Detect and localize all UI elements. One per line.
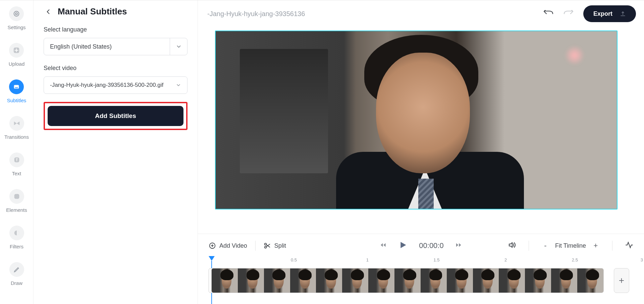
- chevron-down-icon: [170, 38, 187, 55]
- sidebar-item-label: Text: [12, 171, 21, 176]
- main-area: -Jang-Hyuk-hyuk-jang-39356136 Export: [198, 0, 644, 304]
- svg-point-1: [16, 13, 18, 15]
- sidebar-item-label: Settings: [7, 24, 25, 30]
- divider: [255, 241, 256, 251]
- sidebar-item-elements[interactable]: Elements: [6, 189, 27, 213]
- ruler-tick: 0.5: [291, 257, 297, 262]
- playhead[interactable]: [209, 256, 215, 261]
- project-filename: -Jang-Hyuk-hyuk-jang-39356136: [207, 10, 305, 18]
- step-forward-icon: [455, 241, 463, 249]
- svg-rect-4: [14, 85, 19, 89]
- step-back-icon: [379, 241, 387, 249]
- contrast-icon: [9, 226, 24, 240]
- panel-title: Manual Subtitles: [58, 6, 127, 17]
- sidebar-item-filters[interactable]: Filters: [9, 226, 24, 249]
- volume-button[interactable]: [508, 241, 516, 250]
- ruler-tick: 2: [504, 257, 507, 262]
- export-button[interactable]: Export: [583, 5, 636, 22]
- video-value: -Jang-Hyuk-hyuk-jang-39356136-500-200.gi…: [50, 82, 163, 88]
- waveform-button[interactable]: [625, 241, 633, 250]
- plus-icon: [9, 43, 24, 58]
- icon-sidebar: Settings Upload Subtitles Transitions T …: [0, 0, 34, 304]
- timeline-ruler[interactable]: 0.5 1 1.5 2 2.5 3: [198, 257, 644, 266]
- svg-rect-8: [14, 194, 19, 199]
- time-display: 00:00:0: [419, 241, 443, 250]
- zoom-in-button[interactable]: +: [592, 241, 599, 250]
- svg-text:T: T: [15, 158, 18, 162]
- activity-icon: [625, 241, 633, 249]
- sidebar-item-label: Transitions: [4, 134, 29, 140]
- split-button[interactable]: Split: [264, 240, 286, 251]
- undo-button[interactable]: [542, 7, 554, 20]
- sidebar-item-draw[interactable]: Draw: [9, 262, 24, 286]
- subtitles-panel: Manual Subtitles Select language English…: [34, 0, 198, 304]
- ruler-tick: 1.5: [434, 257, 440, 262]
- add-subtitles-button[interactable]: Add Subtitles: [48, 106, 183, 126]
- upload-icon: [620, 11, 626, 17]
- scissors-icon: [264, 242, 271, 249]
- language-value: English (United States): [50, 43, 112, 50]
- video-select[interactable]: -Jang-Hyuk-hyuk-jang-39356136-500-200.gi…: [44, 76, 187, 94]
- sidebar-item-transitions[interactable]: Transitions: [4, 116, 29, 140]
- sidebar-item-upload[interactable]: Upload: [9, 43, 25, 67]
- subtitle-icon: [9, 79, 24, 94]
- zoom-out-button[interactable]: -: [542, 241, 549, 250]
- video-clip[interactable]: [211, 268, 604, 293]
- timeline: Add Video Split 00:00:0: [198, 234, 644, 304]
- plus-circle-icon: [209, 242, 216, 249]
- language-select[interactable]: English (United States): [44, 38, 187, 55]
- topbar: -Jang-Hyuk-hyuk-jang-39356136 Export: [198, 0, 644, 27]
- sidebar-item-label: Filters: [10, 244, 23, 249]
- sidebar-item-settings[interactable]: Settings: [7, 6, 25, 30]
- pencil-icon: [9, 262, 24, 277]
- sidebar-item-label: Upload: [9, 61, 25, 67]
- divider: [612, 241, 612, 251]
- select-video-label: Select video: [44, 65, 187, 72]
- play-button[interactable]: [398, 240, 408, 251]
- elements-icon: [9, 189, 24, 204]
- timeline-track[interactable]: +: [198, 266, 644, 304]
- ruler-tick: 3: [641, 257, 643, 262]
- svg-rect-5: [15, 87, 18, 88]
- export-label: Export: [593, 10, 612, 17]
- divider: [529, 241, 529, 251]
- sidebar-item-label: Draw: [11, 280, 22, 286]
- add-video-button[interactable]: Add Video: [209, 240, 247, 251]
- split-label: Split: [274, 242, 286, 249]
- fit-timeline-button[interactable]: Fit Timeline: [555, 242, 586, 249]
- sidebar-item-subtitles[interactable]: Subtitles: [7, 79, 26, 103]
- select-language-label: Select language: [44, 26, 187, 33]
- play-icon: [398, 240, 408, 250]
- redo-button[interactable]: [562, 7, 575, 20]
- gear-icon: [9, 6, 24, 21]
- sidebar-item-label: Subtitles: [7, 98, 26, 103]
- ruler-tick: 2.5: [572, 257, 578, 262]
- sidebar-item-label: Elements: [6, 207, 27, 213]
- preview-frame: [216, 31, 617, 209]
- ruler-tick: 1: [366, 257, 369, 262]
- back-button[interactable]: [44, 7, 53, 16]
- text-icon: T: [9, 153, 24, 167]
- chevron-down-icon: [170, 77, 187, 94]
- video-preview[interactable]: [215, 31, 618, 209]
- add-subtitles-highlight: Add Subtitles: [44, 102, 187, 130]
- add-video-label: Add Video: [219, 242, 247, 249]
- step-back-button[interactable]: [379, 241, 387, 250]
- transition-icon: [9, 116, 24, 131]
- add-clip-button[interactable]: +: [614, 268, 629, 293]
- volume-icon: [508, 241, 516, 249]
- sidebar-item-text[interactable]: T Text: [9, 153, 24, 176]
- step-forward-button[interactable]: [455, 241, 463, 250]
